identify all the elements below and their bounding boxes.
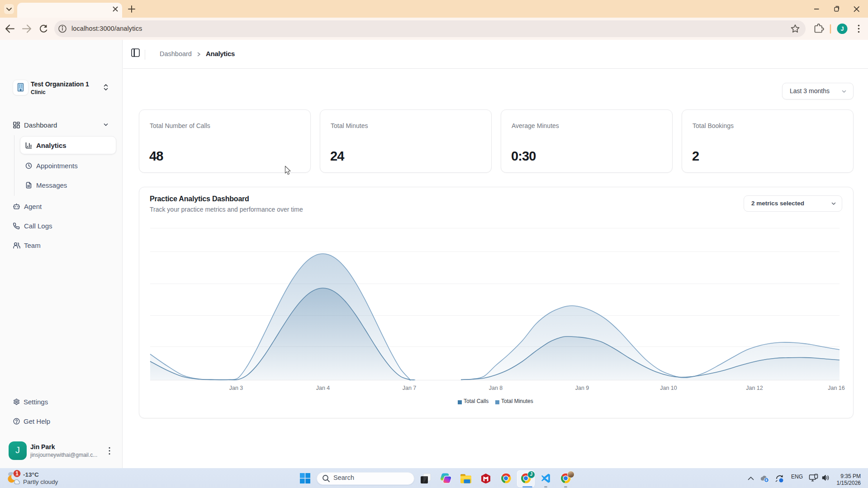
svg-text:Jan 10: Jan 10 [660, 385, 677, 391]
svg-text:Jan 3: Jan 3 [229, 385, 243, 391]
svg-text:Jan 12: Jan 12 [746, 385, 763, 391]
svg-text:Jan 8: Jan 8 [489, 385, 503, 391]
svg-text:Jan 9: Jan 9 [575, 385, 589, 391]
svg-text:Jan 4: Jan 4 [316, 385, 330, 391]
svg-text:Jan 7: Jan 7 [403, 385, 417, 391]
svg-text:J: J [841, 26, 844, 32]
svg-text:Jan 16: Jan 16 [828, 385, 845, 391]
svg-text:1: 1 [15, 470, 19, 477]
